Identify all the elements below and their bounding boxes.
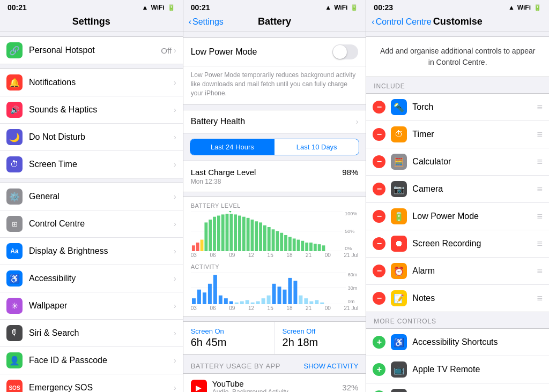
include-section-header: INCLUDE [366, 77, 549, 93]
appletv-row[interactable]: + 📺 Apple TV Remote [366, 356, 549, 383]
youtube-icon: ▶ [191, 380, 207, 392]
svg-rect-19 [259, 223, 262, 252]
svg-rect-56 [283, 290, 286, 304]
battery-back-button[interactable]: ‹ Settings [189, 17, 224, 27]
low-power-cc-row[interactable]: − 🔋 Low Power Mode ≡ [366, 203, 549, 230]
calculator-remove-button[interactable]: − [373, 155, 385, 168]
svg-rect-9 [217, 216, 220, 251]
control-centre-icon: ⊞ [6, 216, 23, 232]
timer-drag-handle[interactable]: ≡ [537, 129, 543, 140]
tab-last10days[interactable]: Last 10 Days [274, 139, 359, 155]
back-chevron-icon: ‹ [189, 17, 191, 27]
battery-panel: 00:21 ▲ WiFi 🔋 ‹ Settings Battery Low Po… [183, 0, 367, 392]
tab-last24hours[interactable]: Last 24 Hours [190, 139, 274, 155]
youtube-pct: 32% [342, 383, 358, 392]
settings-panel: 00:21 ▲ WiFi 🔋 Settings 🔗 Personal Hotsp… [0, 0, 183, 392]
accessibility-row[interactable]: ♿ Accessibility › [0, 265, 183, 292]
svg-text:✦: ✦ [228, 211, 232, 214]
calculator-drag-handle[interactable]: ≡ [537, 156, 543, 168]
show-activity-button[interactable]: SHOW ACTIVITY [304, 362, 359, 370]
appletv-add-button[interactable]: + [373, 363, 385, 376]
control-centre-panel: 00:23 ▲ WiFi 🔋 ‹ Control Centre Customis… [366, 0, 549, 392]
svg-rect-20 [263, 225, 266, 251]
siri-row[interactable]: 🎙 Siri & Search › [0, 320, 183, 347]
timer-remove-button[interactable]: − [373, 128, 385, 141]
activity-chart-axis: 03 06 09 12 15 18 21 00 21 Jul [191, 305, 359, 311]
act-axis-21: 21 [306, 305, 311, 311]
notifications-row[interactable]: 🔔 Notifications › [0, 69, 183, 96]
cc-nav: ‹ Control Centre Customise [366, 14, 549, 32]
svg-rect-46 [229, 301, 233, 304]
wallpaper-chevron: › [174, 301, 176, 310]
notes-drag-handle[interactable]: ≡ [537, 293, 543, 304]
control-centre-label: Control Centre [29, 219, 174, 229]
low-power-toggle[interactable] [332, 44, 358, 59]
control-centre-row[interactable]: ⊞ Control Centre › [0, 210, 183, 238]
torch-remove-button[interactable]: − [373, 101, 385, 114]
notes-icon: 📝 [391, 290, 407, 306]
more-controls-header: MORE CONTROLS [366, 312, 549, 328]
camera-drag-handle[interactable]: ≡ [537, 184, 543, 195]
svg-rect-15 [242, 217, 246, 251]
youtube-app-row[interactable]: ▶ YouTube Audio, Background Activity 32% [183, 373, 366, 392]
hotspot-row[interactable]: 🔗 Personal Hotspot Off › [0, 37, 183, 64]
torch-row[interactable]: − 🔦 Torch ≡ [366, 94, 549, 121]
general-label: General [29, 192, 174, 201]
calculator-row[interactable]: − 🧮 Calculator ≡ [366, 148, 549, 176]
hotspot-label: Personal Hotspot [29, 46, 161, 55]
svg-rect-61 [309, 301, 313, 304]
screen-recording-row[interactable]: − ⏺ Screen Recording ≡ [366, 230, 549, 258]
battery-health-label: Battery Health [191, 117, 356, 126]
display-row[interactable]: Aa Display & Brightness › [0, 238, 183, 265]
accessibility-chevron: › [174, 274, 176, 283]
screentime-row[interactable]: ⏱ Screen Time › [0, 151, 183, 178]
svg-rect-3 [192, 246, 195, 252]
general-row[interactable]: ⚙️ General › [0, 183, 183, 210]
charge-pct: 98% [342, 168, 358, 177]
svg-rect-39 [192, 298, 196, 304]
low-power-drag-handle[interactable]: ≡ [537, 211, 543, 222]
svg-rect-40 [197, 290, 201, 304]
torch-drag-handle[interactable]: ≡ [537, 102, 543, 113]
alarm-remove-button[interactable]: − [373, 265, 385, 277]
svg-rect-34 [322, 246, 325, 252]
svg-rect-30 [305, 243, 308, 251]
alarm-drag-handle[interactable]: ≡ [537, 266, 543, 277]
display-chevron: › [174, 247, 176, 255]
faceid-chevron: › [174, 356, 176, 365]
notifications-section: 🔔 Notifications › 🔊 Sounds & Haptics › 🌙… [0, 69, 183, 178]
screen-recording-remove-button[interactable]: − [373, 237, 385, 250]
sounds-row[interactable]: 🔊 Sounds & Haptics › [0, 96, 183, 124]
camera-remove-button[interactable]: − [373, 183, 385, 195]
accessibility-shortcuts-row[interactable]: + ♿ Accessibility Shortcuts [366, 329, 549, 356]
sos-row[interactable]: SOS Emergency SOS › [0, 374, 183, 392]
low-power-label: Low Power Mode [191, 47, 333, 57]
camera-row[interactable]: − 📷 Camera ≡ [366, 176, 549, 203]
act-axis-18: 18 [286, 305, 292, 311]
status-icons-cc: ▲ WiFi 🔋 [508, 4, 541, 11]
axis-18: 18 [286, 252, 292, 258]
timer-row[interactable]: − ⏱ Timer ≡ [366, 121, 549, 148]
cc-signal-icon: ▲ [508, 4, 515, 11]
notes-row[interactable]: − 📝 Notes ≡ [366, 285, 549, 312]
svg-rect-51 [256, 301, 259, 304]
axis-21: 21 [306, 252, 311, 258]
alarm-row[interactable]: − ⏰ Alarm ≡ [366, 258, 549, 285]
dnd-row[interactable]: 🌙 Do Not Disturb › [0, 124, 183, 151]
battery-health-chevron: › [356, 117, 359, 126]
screen-recording-drag-handle[interactable]: ≡ [537, 238, 543, 250]
battery-wifi-icon: WiFi [334, 4, 347, 11]
cc-back-button[interactable]: ‹ Control Centre [372, 17, 431, 27]
low-power-remove-button[interactable]: − [373, 210, 385, 223]
notes-remove-button[interactable]: − [373, 292, 385, 305]
general-icon: ⚙️ [6, 189, 23, 205]
general-section: ⚙️ General › ⊞ Control Centre › Aa Displ… [0, 183, 183, 392]
accessibility-shortcuts-add-button[interactable]: + [373, 336, 385, 349]
faceid-row[interactable]: 👤 Face ID & Passcode › [0, 347, 183, 374]
svg-rect-18 [255, 222, 258, 252]
dark-mode-row[interactable]: + 🌙 Dark Mode [366, 383, 549, 392]
screentime-chevron: › [174, 160, 176, 169]
wallpaper-row[interactable]: ✳ Wallpaper › [0, 292, 183, 320]
accessibility-icon: ♿ [6, 270, 23, 287]
battery-health-row[interactable]: Battery Health › [183, 110, 366, 133]
